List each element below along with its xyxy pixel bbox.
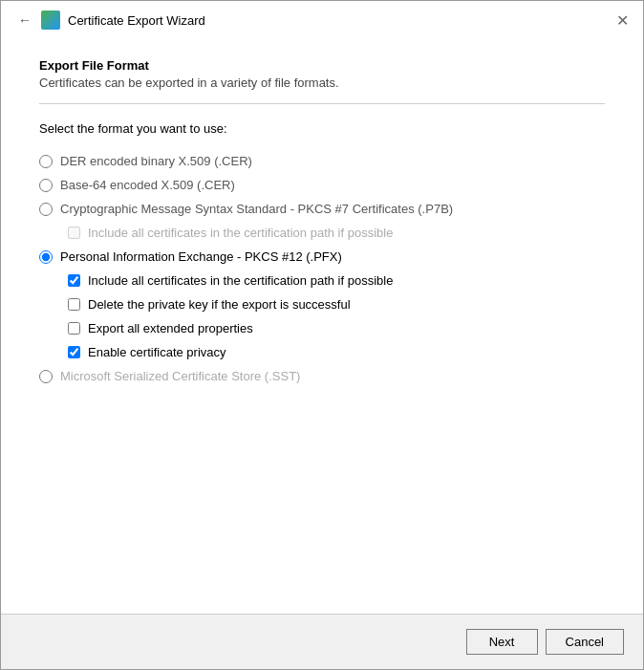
label-pfx-path: Include all certificates in the certific… <box>88 273 393 288</box>
footer: Next Cancel <box>1 614 643 669</box>
radio-pfx[interactable] <box>39 250 53 264</box>
chk-pkcs7-path[interactable] <box>68 227 80 239</box>
label-pkcs7: Cryptographic Message Syntax Standard - … <box>60 202 453 216</box>
divider <box>39 103 605 104</box>
next-button[interactable]: Next <box>466 629 538 655</box>
label-pfx: Personal Information Exchange - PKCS #12… <box>60 249 342 264</box>
label-pkcs7-path: Include all certificates in the certific… <box>88 226 393 240</box>
label-der: DER encoded binary X.509 (.CER) <box>60 154 252 168</box>
back-button[interactable]: ← <box>12 11 37 30</box>
close-button[interactable]: ✕ <box>611 9 633 32</box>
title-bar: ← Certificate Export Wizard ✕ <box>1 1 643 39</box>
cancel-button[interactable]: Cancel <box>546 629 624 655</box>
certificate-export-dialog: ← Certificate Export Wizard ✕ Export Fil… <box>0 0 644 670</box>
checkbox-pfx-delete[interactable]: Delete the private key if the export is … <box>68 292 605 316</box>
radio-pkcs7[interactable] <box>39 203 53 216</box>
label-pfx-privacy: Enable certificate privacy <box>88 345 226 359</box>
label-sst: Microsoft Serialized Certificate Store (… <box>60 369 300 383</box>
chk-pfx-path[interactable] <box>68 274 80 287</box>
option-der[interactable]: DER encoded binary X.509 (.CER) <box>39 149 605 173</box>
pfx-sub-options: Include all certificates in the certific… <box>68 269 605 364</box>
section-title: Export File Format <box>39 58 605 73</box>
option-pfx[interactable]: Personal Information Exchange - PKCS #12… <box>39 245 605 269</box>
option-b64[interactable]: Base-64 encoded X.509 (.CER) <box>39 173 605 197</box>
chk-pfx-extended[interactable] <box>68 322 80 335</box>
chk-pfx-privacy[interactable] <box>68 346 80 358</box>
radio-der[interactable] <box>39 155 53 168</box>
radio-b64[interactable] <box>39 179 53 192</box>
label-pfx-delete: Delete the private key if the export is … <box>88 297 351 312</box>
dialog-title: Certificate Export Wizard <box>68 13 632 28</box>
option-sst[interactable]: Microsoft Serialized Certificate Store (… <box>39 364 605 388</box>
checkbox-pfx-privacy[interactable]: Enable certificate privacy <box>68 340 605 364</box>
content-area: Export File Format Certificates can be e… <box>1 39 643 614</box>
pkcs7-sub-options: Include all certificates in the certific… <box>68 221 605 245</box>
format-prompt: Select the format you want to use: <box>39 121 605 136</box>
checkbox-pfx-extended[interactable]: Export all extended properties <box>68 316 605 340</box>
section-desc: Certificates can be exported in a variet… <box>39 76 605 90</box>
label-b64: Base-64 encoded X.509 (.CER) <box>60 178 235 192</box>
checkbox-pkcs7-path[interactable]: Include all certificates in the certific… <box>68 221 605 245</box>
section-header: Export File Format Certificates can be e… <box>39 58 605 90</box>
format-radio-group: DER encoded binary X.509 (.CER) Base-64 … <box>39 149 605 388</box>
radio-sst[interactable] <box>39 370 53 383</box>
chk-pfx-delete[interactable] <box>68 298 80 311</box>
label-pfx-extended: Export all extended properties <box>88 321 253 335</box>
wizard-icon <box>41 11 60 30</box>
checkbox-pfx-path[interactable]: Include all certificates in the certific… <box>68 269 605 292</box>
option-pkcs7[interactable]: Cryptographic Message Syntax Standard - … <box>39 197 605 221</box>
